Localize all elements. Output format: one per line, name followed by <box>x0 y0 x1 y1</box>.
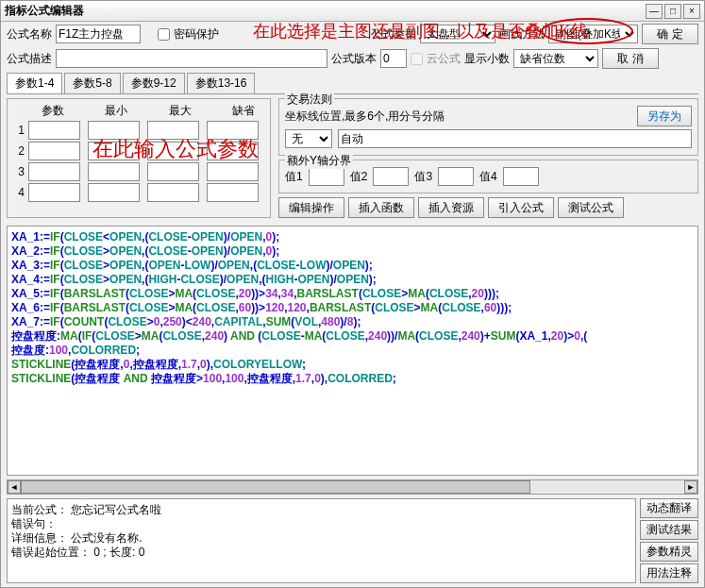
p1-name[interactable] <box>28 121 80 140</box>
scroll-right-arrow[interactable]: ► <box>684 480 697 494</box>
trade-fieldset: 交易法则 坐标线位置,最多6个,用分号分隔 另存为 无 <box>278 98 698 156</box>
p1-def[interactable] <box>207 121 259 140</box>
desc-label: 公式描述 <box>7 51 52 67</box>
code-editor[interactable]: XA_1:=IF(CLOSE<OPEN,(CLOSE-OPEN)/OPEN,0)… <box>7 226 698 476</box>
trade-none-select[interactable]: 无 <box>285 129 332 148</box>
titlebar: 指标公式编辑器 — □ × <box>1 1 704 22</box>
draw-select[interactable]: 副图(叠加K线) <box>548 25 638 43</box>
test-formula-button[interactable]: 测试公式 <box>558 197 624 218</box>
col-default: 缺省 <box>222 103 267 119</box>
col-param: 参数 <box>30 103 76 119</box>
v1-input[interactable] <box>309 167 344 186</box>
v4-input[interactable] <box>503 167 539 186</box>
tab-params-5-8[interactable]: 参数5-8 <box>64 73 120 93</box>
pwd-checkbox[interactable] <box>158 28 170 41</box>
pwd-label: 密码保护 <box>174 26 219 42</box>
p2-min[interactable] <box>88 142 140 160</box>
p4-max[interactable] <box>147 183 199 202</box>
type-select[interactable]: 大盘型 <box>420 25 495 43</box>
edit-ops-button[interactable]: 编辑操作 <box>278 197 344 218</box>
dec-select[interactable]: 缺省位数 <box>513 49 598 68</box>
v3-input[interactable] <box>438 167 474 186</box>
type-label: 公式类型 <box>371 26 416 42</box>
trade-auto-input[interactable] <box>338 129 692 148</box>
name-label: 公式名称 <box>7 26 52 42</box>
p4-def[interactable] <box>207 183 259 202</box>
extra-y-fieldset: 额外Y轴分界 值1 值2 值3 值4 <box>278 160 698 193</box>
param-grid: 参数 最小 最大 缺省 1 2 3 4 在此输入公式参数 <box>7 98 271 218</box>
p2-name[interactable] <box>28 142 80 160</box>
insert-res-button[interactable]: 插入资源 <box>418 197 484 218</box>
p2-def[interactable] <box>207 142 259 160</box>
cloud-checkbox <box>411 53 423 65</box>
cancel-button[interactable]: 取 消 <box>602 48 659 69</box>
p1-max[interactable] <box>147 121 199 140</box>
p3-max[interactable] <box>147 162 199 181</box>
ver-input[interactable] <box>380 49 407 68</box>
ok-button[interactable]: 确 定 <box>642 24 698 44</box>
p3-min[interactable] <box>88 162 140 181</box>
cloud-label: 云公式 <box>427 51 461 67</box>
tab-params-1-4[interactable]: 参数1-4 <box>7 73 62 93</box>
desc-input[interactable] <box>56 49 327 68</box>
scroll-left-arrow[interactable]: ◄ <box>8 480 21 494</box>
v2-input[interactable] <box>373 167 409 186</box>
p3-name[interactable] <box>28 162 80 181</box>
maximize-button[interactable]: □ <box>664 4 681 19</box>
col-min: 最小 <box>94 103 140 119</box>
tab-params-9-12[interactable]: 参数9-12 <box>123 73 185 93</box>
save-as-button[interactable]: 另存为 <box>637 106 692 126</box>
dynamic-translate-button[interactable]: 动态翻译 <box>640 498 698 518</box>
insert-func-button[interactable]: 插入函数 <box>348 197 414 218</box>
tab-params-13-16[interactable]: 参数13-16 <box>187 73 256 93</box>
param-wizard-button[interactable]: 参数精灵 <box>640 542 698 562</box>
trade-hint: 坐标线位置,最多6个,用分号分隔 <box>285 109 631 125</box>
h-scrollbar[interactable]: ◄ ► <box>7 479 698 495</box>
minimize-button[interactable]: — <box>646 4 663 19</box>
dec-label: 显示小数 <box>464 51 510 67</box>
window-title: 指标公式编辑器 <box>5 3 646 19</box>
p4-name[interactable] <box>28 183 80 202</box>
name-input[interactable] <box>56 25 141 43</box>
p3-def[interactable] <box>207 162 259 181</box>
p1-min[interactable] <box>88 121 140 140</box>
param-tabs: 参数1-4 参数5-8 参数9-12 参数13-16 <box>7 73 698 94</box>
col-max: 最大 <box>158 103 203 119</box>
test-result-button[interactable]: 测试结果 <box>640 520 698 540</box>
p2-max[interactable] <box>147 142 199 160</box>
ver-label: 公式版本 <box>331 51 377 67</box>
p4-min[interactable] <box>88 183 140 202</box>
scroll-thumb[interactable] <box>21 480 530 494</box>
import-formula-button[interactable]: 引入公式 <box>488 197 554 218</box>
draw-label: 画线方法 <box>499 26 545 42</box>
extra-legend: 额外Y轴分界 <box>285 153 353 169</box>
trade-legend: 交易法则 <box>285 92 334 108</box>
close-button[interactable]: × <box>683 4 700 19</box>
usage-notes-button[interactable]: 用法注释 <box>640 563 698 583</box>
status-panel: 当前公式： 您忘记写公式名啦 错误句： 详细信息： 公式没有名称. 错误起始位置… <box>7 498 636 583</box>
